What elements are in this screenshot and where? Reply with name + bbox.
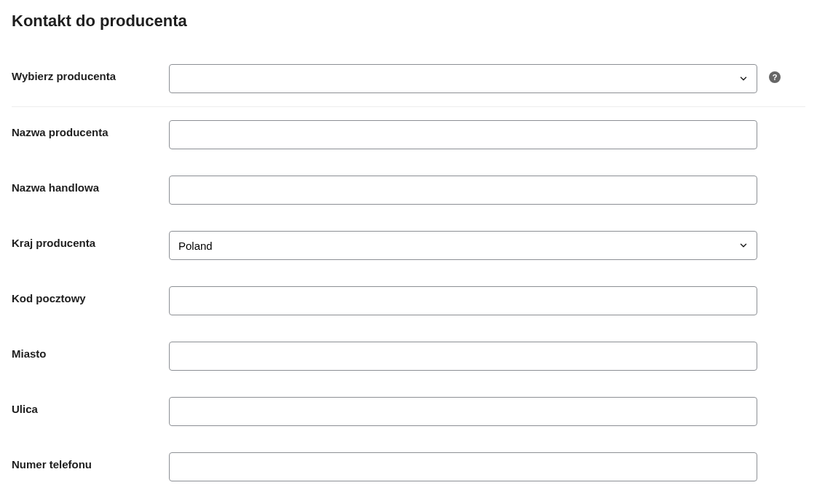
select-producer-dropdown[interactable] xyxy=(169,64,757,93)
producer-name-input[interactable] xyxy=(169,120,757,149)
trade-name-label: Nazwa handlowa xyxy=(12,176,169,194)
section-title: Kontakt do producenta xyxy=(12,12,805,31)
street-label: Ulica xyxy=(12,397,169,415)
phone-label: Numer telefonu xyxy=(12,452,169,470)
city-input[interactable] xyxy=(169,342,757,371)
producer-country-dropdown[interactable]: Poland xyxy=(169,231,757,260)
form-row-trade-name: Nazwa handlowa xyxy=(12,162,805,218)
form-row-producer-name: Nazwa producenta xyxy=(12,107,805,162)
form-row-phone: Numer telefonu xyxy=(12,439,805,495)
street-input[interactable] xyxy=(169,397,757,426)
phone-input[interactable] xyxy=(169,452,757,481)
city-label: Miasto xyxy=(12,342,169,360)
form-row-email: Email xyxy=(12,495,805,504)
trade-name-input[interactable] xyxy=(169,176,757,205)
select-producer-label: Wybierz producenta xyxy=(12,64,169,82)
form-row-select-producer: Wybierz producenta ? xyxy=(12,51,805,107)
producer-country-label: Kraj producenta xyxy=(12,231,169,249)
help-icon[interactable]: ? xyxy=(769,71,781,83)
form-row-city: Miasto xyxy=(12,328,805,384)
form-row-street: Ulica xyxy=(12,384,805,439)
postal-code-input[interactable] xyxy=(169,286,757,315)
producer-name-label: Nazwa producenta xyxy=(12,120,169,138)
postal-code-label: Kod pocztowy xyxy=(12,286,169,304)
form-row-producer-country: Kraj producenta Poland xyxy=(12,218,805,273)
form-row-postal-code: Kod pocztowy xyxy=(12,273,805,328)
